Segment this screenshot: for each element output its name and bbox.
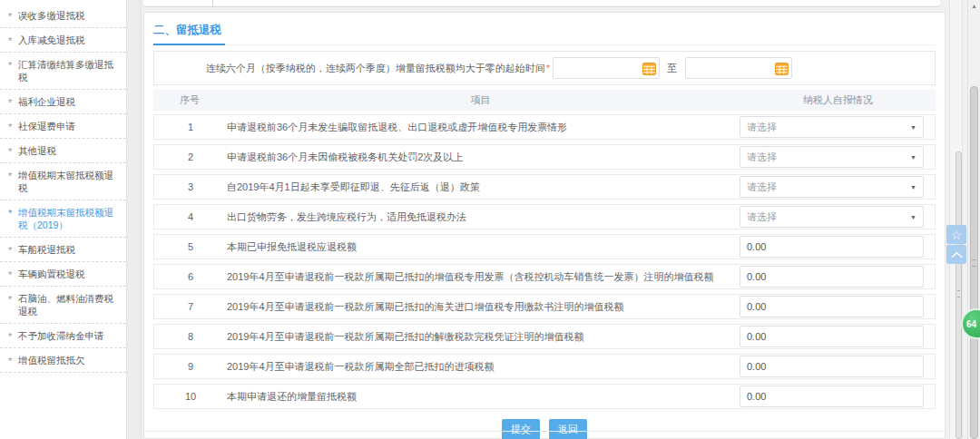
table-row: 1申请退税前36个月未发生骗取留抵退税、出口退税或虚开增值税专用发票情形请选择▼ — [153, 114, 936, 140]
row-number: 9 — [154, 361, 227, 372]
bullet-icon: * — [8, 121, 12, 133]
report-select[interactable]: 请选择▼ — [740, 176, 924, 198]
sidebar-item-label: 不予加收滞纳金申请 — [18, 330, 104, 341]
table-row: 3自2019年4月1日起未享受即征即退、先征后返（退）政策请选择▼ — [153, 174, 936, 200]
table-body: 1申请退税前36个月未发生骗取留抵退税、出口退税或虚开增值税专用发票情形请选择▼… — [153, 114, 936, 409]
favorite-button[interactable]: ☆ — [946, 225, 966, 244]
bullet-icon: * — [8, 59, 12, 72]
main-content: 二、留抵退税 连续六个月（按季纳税的，连续两个季度）增量留抵税额均大于零的起始时… — [142, 0, 948, 439]
sidebar-item[interactable]: *石脑油、燃料油消费税退税 — [0, 287, 126, 324]
help-badge[interactable]: 64 — [961, 308, 980, 339]
bullet-icon: * — [8, 330, 12, 343]
chevron-down-icon: ▼ — [910, 184, 916, 190]
amount-input[interactable] — [740, 326, 924, 347]
sidebar-item-label: 福利企业退税 — [18, 96, 75, 107]
table-row: 82019年4月至申请退税前一税款所属期已抵扣的解缴税款完税凭证注明的增值税额 — [153, 324, 936, 349]
row-control-cell — [740, 266, 935, 288]
back-button[interactable]: 返回 — [549, 419, 587, 439]
sidebar-item-label: 增值税期末留抵税额退税 — [18, 170, 113, 193]
sidebar-item[interactable]: *增值税期末留抵税额退税（2019） — [0, 200, 126, 238]
sidebar-item-label: 汇算清缴结算多缴退抵税 — [18, 59, 113, 83]
start-date-field — [553, 57, 660, 79]
sidebar-item[interactable]: *增值税期末留抵税额退税 — [0, 163, 126, 200]
form-actions: 提交 返回 — [153, 419, 936, 439]
bullet-icon: * — [8, 207, 12, 220]
sidebar-item[interactable]: *误收多缴退抵税 — [0, 4, 126, 28]
amount-input[interactable] — [740, 266, 924, 288]
app-page: *误收多缴退抵税*入库减免退抵税*汇算清缴结算多缴退抵税*福利企业退税*社保退费… — [0, 0, 980, 439]
row-control-cell: 请选择▼ — [740, 206, 935, 228]
header-report: 纳税人自报情况 — [740, 93, 936, 107]
row-item-text: 自2019年4月1日起未享受即征即退、先征后返（退）政策 — [227, 180, 740, 194]
header-item: 项目 — [226, 93, 740, 107]
floating-widget: ☆ — [946, 225, 966, 265]
sidebar-item[interactable]: *增值税留抵抵欠 — [0, 348, 126, 373]
row-item-text: 2019年4月至申请退税前一税款所属期全部已抵扣的进项税额 — [227, 360, 740, 374]
date-filter-row: 连续六个月（按季纳税的，连续两个季度）增量留抵税额均大于零的起始时间* 至 — [153, 51, 936, 85]
scrollbar-up-arrow-icon[interactable]: ▲ — [970, 2, 978, 10]
table-header-row: 序号 项目 纳税人自报情况 — [153, 90, 936, 111]
bullet-icon: * — [8, 244, 12, 257]
amount-input[interactable] — [740, 236, 924, 258]
row-control-cell — [740, 236, 935, 258]
sidebar-item[interactable]: *其他退税 — [0, 139, 126, 163]
amount-input[interactable] — [740, 385, 924, 407]
submit-button[interactable]: 提交 — [502, 419, 540, 439]
chevron-down-icon: ▼ — [910, 154, 916, 161]
report-select[interactable]: 请选择▼ — [740, 206, 924, 228]
row-control-cell: 请选择▼ — [740, 146, 935, 168]
sidebar-item-label: 社保退费申请 — [18, 121, 75, 132]
select-placeholder: 请选择 — [747, 180, 777, 194]
row-number: 7 — [154, 301, 227, 312]
end-date-field — [685, 57, 792, 79]
calendar-icon[interactable] — [642, 62, 656, 75]
sidebar-item[interactable]: *车辆购置税退税 — [0, 262, 126, 287]
bullet-icon: * — [8, 170, 12, 182]
row-item-text: 申请退税前36个月未因偷税被税务机关处罚2次及以上 — [227, 151, 740, 164]
sidebar-item-label: 增值税留抵抵欠 — [18, 355, 85, 366]
amount-input[interactable] — [740, 356, 924, 377]
bullet-icon: * — [8, 355, 12, 367]
bullet-icon: * — [8, 10, 12, 23]
sidebar-item[interactable]: *社保退费申请 — [0, 114, 126, 139]
sidebar-item[interactable]: *入库减免退抵税 — [0, 28, 126, 53]
bullet-icon: * — [8, 293, 12, 306]
bullet-icon: * — [8, 34, 12, 47]
sidebar-menu: *误收多缴退抵税*入库减免退抵税*汇算清缴结算多缴退抵税*福利企业退税*社保退费… — [0, 0, 126, 373]
sidebar-item-label: 增值税期末留抵税额退税（2019） — [18, 207, 113, 230]
select-placeholder: 请选择 — [747, 151, 777, 164]
sidebar-item-label: 石脑油、燃料油消费税退税 — [18, 293, 113, 317]
form-panel: 二、留抵退税 连续六个月（按季纳税的，连续两个季度）增量留抵税额均大于零的起始时… — [143, 12, 946, 439]
sidebar-item[interactable]: *车船税退抵税 — [0, 238, 126, 262]
row-number: 1 — [154, 122, 227, 132]
chevron-down-icon: ▼ — [910, 124, 916, 131]
inner-scrollbar-thumb[interactable] — [956, 151, 962, 439]
sidebar: *误收多缴退抵税*入库减免退抵税*汇算清缴结算多缴退抵税*福利企业退税*社保退费… — [0, 0, 126, 439]
amount-input[interactable] — [740, 296, 924, 317]
collapse-button[interactable] — [946, 245, 966, 264]
table-row: 10本期申请退还的增量留抵税额 — [153, 384, 936, 409]
table-row: 5本期已申报免抵退税应退税额 — [153, 234, 936, 259]
date-to-label: 至 — [667, 62, 677, 75]
report-select[interactable]: 请选择▼ — [740, 116, 924, 138]
bullet-icon: * — [8, 145, 12, 158]
sidebar-item[interactable]: *福利企业退税 — [0, 90, 126, 114]
bullet-icon: * — [8, 96, 12, 109]
sidebar-item-label: 车辆购置税退税 — [18, 268, 85, 279]
row-control-cell — [740, 385, 935, 407]
row-number: 2 — [154, 151, 227, 162]
sidebar-item-label: 其他退税 — [18, 145, 56, 156]
row-number: 6 — [154, 271, 227, 282]
table-row: 2申请退税前36个月未因偷税被税务机关处罚2次及以上请选择▼ — [153, 144, 936, 170]
report-select[interactable]: 请选择▼ — [740, 146, 924, 168]
sidebar-item[interactable]: *不予加收滞纳金申请 — [0, 324, 126, 348]
sidebar-item[interactable]: *汇算清缴结算多缴退抵税 — [0, 53, 126, 90]
select-placeholder: 请选择 — [747, 121, 777, 134]
items-table: 序号 项目 纳税人自报情况 1申请退税前36个月未发生骗取留抵退税、出口退税或虚… — [153, 90, 936, 409]
select-placeholder: 请选择 — [747, 210, 777, 224]
calendar-icon[interactable] — [775, 62, 789, 75]
sidebar-item-label: 误收多缴退抵税 — [18, 10, 85, 21]
row-number: 4 — [154, 211, 227, 222]
row-number: 8 — [154, 331, 227, 342]
browser-scrollbar-thumb[interactable] — [970, 86, 978, 439]
